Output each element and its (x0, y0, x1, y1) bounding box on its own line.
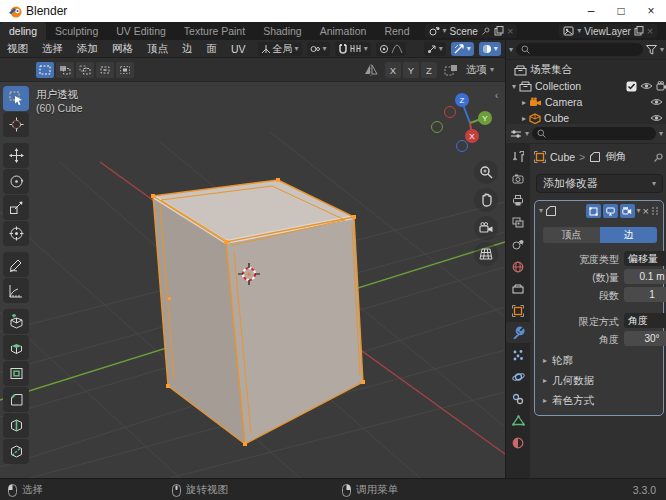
hide-eye-icon[interactable] (650, 113, 663, 123)
viewport-shading-toggle[interactable]: ▾ (479, 42, 501, 56)
pan-view-button[interactable] (474, 188, 498, 212)
properties-search-input[interactable] (532, 127, 656, 140)
select-mode-subtract-button[interactable] (76, 62, 94, 78)
workspace-tab-sculpting[interactable]: Sculpting (46, 22, 107, 40)
add-modifier-button[interactable]: 添加修改器 ▾ (536, 174, 663, 193)
hide-eye-icon[interactable] (650, 97, 663, 107)
tool-transform[interactable] (3, 221, 29, 246)
cube-object[interactable] (151, 178, 365, 446)
affect-edges-tab[interactable]: 边 (600, 227, 657, 243)
workspace-tab-modeling[interactable]: deling (0, 22, 46, 40)
menu-select[interactable]: 选择 (35, 42, 70, 56)
mirror-y-toggle[interactable]: Y (403, 62, 419, 78)
menu-uv[interactable]: UV (224, 43, 253, 55)
menu-add[interactable]: 添加 (70, 42, 105, 56)
section-shading[interactable]: ▸ 着色方式 (543, 393, 657, 408)
affect-vertices-tab[interactable]: 顶点 (543, 227, 600, 243)
breadcrumb-object[interactable]: Cube (550, 151, 575, 163)
tool-scale[interactable] (3, 195, 29, 220)
outliner-row-scene-collection[interactable]: 场景集合 (506, 62, 666, 78)
tool-knife[interactable] (3, 439, 29, 464)
tab-object[interactable] (506, 300, 530, 321)
menu-face[interactable]: 面 (200, 42, 225, 56)
tab-particles[interactable] (506, 344, 530, 365)
minimize-button[interactable]: – (576, 0, 606, 22)
proportional-editing-controls[interactable] (376, 42, 406, 56)
collapse-chevron-icon[interactable]: ▾ (539, 207, 543, 215)
show-gizmo-dropdown[interactable]: ▾ (424, 42, 446, 56)
navigation-gizmo[interactable]: Z Y X (432, 93, 493, 152)
workspace-tab-rendering[interactable]: Rend (375, 22, 418, 40)
tab-object-data[interactable] (506, 410, 530, 431)
view-layer-selector[interactable]: ▾ ViewLayer × (559, 24, 657, 38)
maximize-button[interactable]: □ (606, 0, 636, 22)
tool-rotate[interactable] (3, 169, 29, 194)
xray-toggle[interactable]: ▾ (451, 42, 474, 56)
tab-physics[interactable] (506, 366, 530, 387)
sidebar-collapse-arrow[interactable]: ‹ (495, 90, 498, 101)
menu-view[interactable]: 视图 (0, 42, 35, 56)
properties-editor-icon[interactable] (510, 129, 522, 139)
zoom-view-button[interactable] (474, 160, 498, 184)
tool-add-cube[interactable] (3, 309, 29, 334)
expand-arrow-icon[interactable]: ▸ (522, 114, 526, 123)
tab-world[interactable] (506, 256, 530, 277)
delete-modifier-icon[interactable]: × (643, 205, 649, 217)
display-in-render-toggle[interactable] (620, 204, 635, 218)
mirror-z-toggle[interactable]: Z (421, 62, 437, 78)
tool-bevel[interactable] (3, 387, 29, 412)
tab-collection-properties[interactable] (506, 278, 530, 299)
display-in-viewport-toggle[interactable] (603, 204, 618, 218)
tab-tool[interactable] (506, 146, 530, 167)
tab-scene[interactable] (506, 234, 530, 255)
viewport-3d[interactable]: Z Y X 用户透视 (60) Cube ‹ (0, 82, 505, 478)
outliner-row-collection[interactable]: ▾ Collection (506, 78, 666, 94)
tool-annotate[interactable] (3, 252, 29, 277)
tool-move[interactable] (3, 143, 29, 168)
tool-loop-cut[interactable] (3, 413, 29, 438)
workspace-tab-texture-paint[interactable]: Texture Paint (175, 22, 254, 40)
workspace-tab-animation[interactable]: Animation (311, 22, 376, 40)
tab-modifiers[interactable] (506, 322, 530, 343)
transform-orientation-dropdown[interactable]: 全局 ▾ (258, 42, 302, 56)
tool-select-box[interactable] (3, 86, 29, 111)
hide-eye-icon[interactable] (640, 81, 653, 91)
editor-type-chevron-icon[interactable]: ▾ (509, 46, 513, 54)
close-button[interactable]: × (636, 0, 666, 22)
gizmo-minus-z-axis[interactable] (457, 141, 468, 152)
snap-controls[interactable]: ▾ (335, 42, 371, 56)
select-mode-invert-button[interactable] (96, 62, 114, 78)
angle-field[interactable]: 30° (624, 331, 666, 346)
outliner-row-camera[interactable]: ▸ Camera (506, 94, 666, 110)
checkbox-icon[interactable] (626, 81, 637, 92)
menu-vertex[interactable]: 顶点 (140, 42, 175, 56)
camera-view-button[interactable] (474, 216, 498, 240)
tab-material[interactable] (506, 432, 530, 453)
gizmo-minus-y-axis[interactable] (432, 122, 443, 133)
pin-icon[interactable] (481, 26, 491, 36)
tool-extrude-region[interactable] (3, 335, 29, 360)
menu-mesh[interactable]: 网格 (105, 42, 140, 56)
select-mode-set-button[interactable] (36, 62, 54, 78)
disable-render-camera-icon[interactable] (656, 81, 666, 91)
width-type-dropdown[interactable]: 偏移量 ▾ (624, 251, 666, 266)
mirror-x-toggle[interactable]: X (385, 62, 401, 78)
tool-options-dropdown[interactable]: 选项 ▾ (466, 62, 494, 78)
expand-arrow-icon[interactable]: ▸ (522, 98, 526, 107)
gizmo-minus-x-axis[interactable] (445, 107, 456, 118)
new-view-layer-icon[interactable] (634, 26, 644, 36)
expand-arrow-icon[interactable]: ▾ (512, 82, 516, 91)
select-mode-extend-button[interactable] (56, 62, 74, 78)
outliner-search-input[interactable] (516, 43, 643, 56)
toggle-orthographic-button[interactable] (474, 242, 498, 266)
new-scene-icon[interactable] (494, 26, 504, 36)
segments-field[interactable]: 1 (624, 287, 666, 302)
tool-inset-faces[interactable] (3, 361, 29, 386)
pin-icon[interactable] (653, 152, 664, 163)
tab-view-layer[interactable] (506, 212, 530, 233)
amount-field[interactable]: 0.1 m (624, 269, 666, 284)
scene-selector[interactable]: ▾ Scene × (425, 24, 518, 38)
drag-grip-icon[interactable] (651, 206, 659, 216)
tab-object-constraints[interactable] (506, 388, 530, 409)
workspace-tab-uv-editing[interactable]: UV Editing (107, 22, 175, 40)
